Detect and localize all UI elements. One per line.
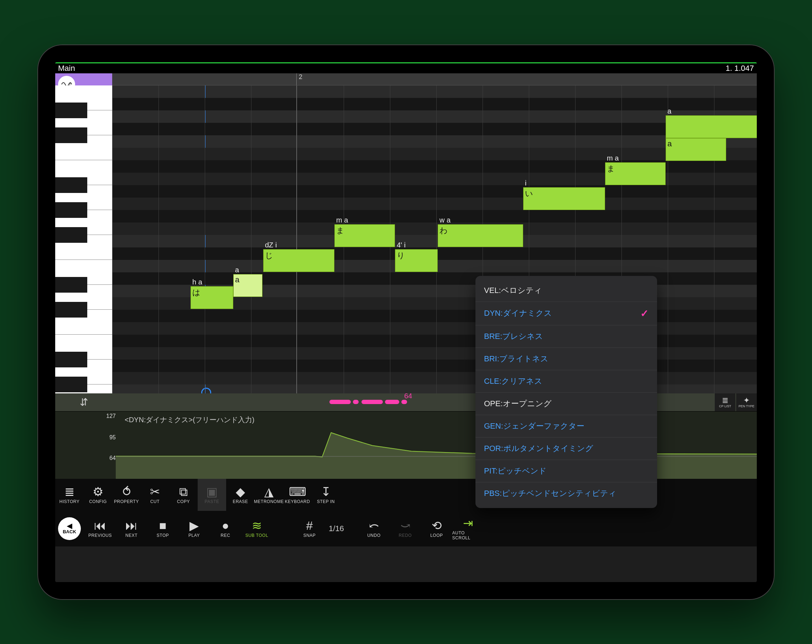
redo-icon: ⤻: [400, 519, 410, 531]
previous-button[interactable]: ⏮PREVIOUS: [84, 511, 116, 547]
automation-curve: [116, 411, 757, 479]
velocity-bar[interactable]: [353, 400, 359, 404]
keyboard-button[interactable]: ⌨KEYBOARD: [283, 479, 311, 511]
snap-button[interactable]: #SNAP: [294, 511, 325, 547]
play-icon: ▶: [189, 519, 199, 531]
keyboard-icon: ⌨: [289, 486, 306, 498]
erase-button[interactable]: ◆ERASE: [226, 479, 255, 511]
property-button[interactable]: ⥀PROPERTY: [112, 479, 141, 511]
history-button[interactable]: ≣HISTORY: [55, 479, 84, 511]
note-phoneme: h a: [192, 278, 202, 286]
stop-icon: ■: [159, 519, 167, 531]
toolbar-transport: ◄BACK⏮PREVIOUS⏭NEXT■STOP▶PLAY●REC≋SUB TO…: [55, 511, 757, 547]
tbtn-label: METRONOME: [254, 499, 284, 504]
note[interactable]: a: [665, 115, 757, 138]
autoscroll-icon: ⇥: [463, 517, 473, 529]
subtool-button[interactable]: ≋SUB TOOL: [241, 511, 272, 547]
app-screen: Main 1. 1.047 C4 C3 2 h aはaadZ iじm aま4' …: [55, 62, 757, 582]
note[interactable]: w aわ: [438, 224, 523, 247]
rec-button[interactable]: ●REC: [210, 511, 241, 547]
tbtn-label: PROPERTY: [114, 499, 139, 504]
piano-keyboard[interactable]: [55, 85, 112, 393]
tbtn-label: COPY: [177, 499, 190, 504]
note[interactable]: dZ iじ: [263, 249, 334, 272]
back-icon: ◄: [65, 522, 74, 529]
velocity-bar[interactable]: [385, 400, 399, 404]
popup-item[interactable]: DYN:ダイナミクス✓: [475, 302, 657, 325]
auto-y-64: 64: [98, 455, 116, 461]
pen-icon: ✦: [743, 397, 750, 404]
note[interactable]: m aま: [334, 224, 395, 247]
cut-button[interactable]: ✂CUT: [141, 479, 169, 511]
timeline-ruler[interactable]: 2: [112, 73, 757, 85]
popup-item[interactable]: BRI:ブライトネス: [475, 348, 657, 370]
popup-item[interactable]: BRE:ブレシネス: [475, 325, 657, 348]
song-position: 1. 1.047: [725, 64, 754, 73]
popup-item-label: OPE:オープニング: [484, 398, 552, 409]
undo-button[interactable]: ⤺UNDO: [358, 511, 390, 547]
paste-icon: ▣: [206, 486, 218, 498]
popup-item[interactable]: PBS:ピッチベンドセンシティビティ: [475, 483, 657, 504]
popup-item[interactable]: POR:ポルタメントタイミング: [475, 437, 657, 460]
velocity-bar[interactable]: [330, 400, 351, 404]
stepin-button[interactable]: ↧STEP IN: [311, 479, 340, 511]
tbtn-label: STEP IN: [317, 499, 335, 504]
popup-item[interactable]: PIT:ピッチベンド: [475, 460, 657, 483]
note-phoneme: i: [525, 179, 527, 187]
stop-button[interactable]: ■STOP: [147, 511, 179, 547]
loop-icon: ⟲: [432, 519, 442, 531]
autoscroll-button[interactable]: ⇥AUTO SCROLL: [452, 511, 484, 547]
snap-value[interactable]: 1/16: [325, 524, 348, 533]
note-lyric: わ: [440, 225, 448, 236]
pentype-button[interactable]: ✦PEN TYPE: [736, 393, 757, 411]
previous-icon: ⏮: [94, 519, 106, 531]
popup-item-label: PBS:ピッチベンドセンシティビティ: [484, 488, 617, 499]
popup-item-label: DYN:ダイナミクス: [484, 308, 552, 319]
note-grid[interactable]: h aはaadZ iじm aま4' iりw aわiいm aまaaa: [112, 85, 757, 393]
note-lyric: は: [192, 287, 200, 298]
popup-item-label: BRI:ブライトネス: [484, 353, 548, 364]
note[interactable]: 4' iり: [395, 249, 438, 272]
back-button[interactable]: ◄BACK: [58, 517, 81, 540]
note[interactable]: h aは: [191, 286, 233, 309]
cut-icon: ✂: [150, 486, 160, 498]
play-button[interactable]: ▶PLAY: [179, 511, 210, 547]
popup-item[interactable]: VEL:ベロシティ: [475, 279, 657, 302]
popup-item[interactable]: GEN:ジェンダーファクター: [475, 415, 657, 437]
note[interactable]: aa: [665, 138, 726, 161]
note-phoneme: m a: [336, 216, 348, 224]
stepin-icon: ↧: [321, 486, 331, 498]
next-button[interactable]: ⏭NEXT: [116, 511, 147, 547]
tbtn-label: HISTORY: [60, 499, 79, 504]
popup-item[interactable]: OPE:オープニング: [475, 393, 657, 415]
erase-icon: ◆: [236, 486, 245, 498]
loop-button[interactable]: ⟲LOOP: [421, 511, 452, 547]
titlebar: Main 1. 1.047: [55, 63, 757, 73]
note-phoneme: dZ i: [265, 241, 277, 249]
history-icon: ≣: [64, 486, 75, 498]
bar-marker-2: 2: [297, 73, 302, 81]
tbtn-label: CONFIG: [89, 499, 107, 504]
copy-button[interactable]: ⧉COPY: [169, 479, 198, 511]
popup-item-label: PIT:ピッチベンド: [484, 466, 547, 477]
velocity-value: 64: [404, 392, 412, 400]
note[interactable]: m aま: [605, 162, 665, 185]
note-phoneme: w a: [440, 216, 450, 224]
metronome-button[interactable]: ◮METRONOME: [255, 479, 283, 511]
config-button[interactable]: ⚙CONFIG: [84, 479, 112, 511]
popup-item-label: VEL:ベロシティ: [484, 285, 542, 296]
note-lyric: い: [525, 188, 533, 199]
popup-item-label: GEN:ジェンダーファクター: [484, 421, 585, 431]
popup-item[interactable]: CLE:クリアネス: [475, 370, 657, 393]
velocity-bar[interactable]: [401, 400, 407, 404]
note[interactable]: aa: [233, 274, 263, 297]
note[interactable]: iい: [523, 187, 605, 210]
rec-icon: ●: [222, 519, 229, 531]
property-icon: ⥀: [122, 486, 131, 498]
parameter-popup[interactable]: VEL:ベロシティDYN:ダイナミクス✓BRE:ブレシネスBRI:ブライトネスC…: [475, 276, 657, 508]
velocity-bar[interactable]: [362, 400, 383, 404]
note-lyric: a: [667, 139, 672, 148]
tbtn-label: PASTE: [205, 499, 219, 504]
drag-handle-icon[interactable]: ⇵: [55, 396, 112, 408]
cplist-button[interactable]: ≣CP LIST: [715, 393, 736, 411]
